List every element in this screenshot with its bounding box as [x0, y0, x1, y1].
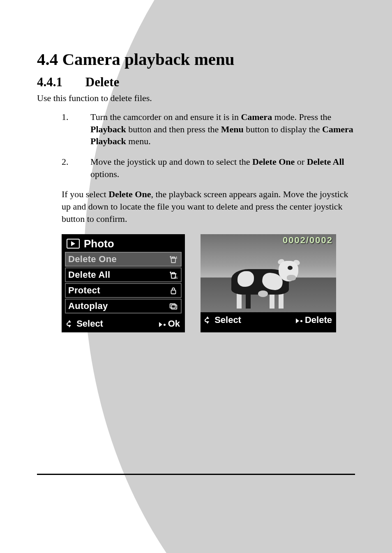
menu-item-label: Autoplay — [68, 301, 108, 311]
menu-item-autoplay[interactable]: Autoplay — [65, 299, 182, 313]
section-heading: 4.4 Camera playback menu — [37, 49, 355, 69]
footer-delete: Delete — [296, 315, 332, 325]
subsection-title: Delete — [85, 75, 120, 89]
arrow-right-icon — [296, 318, 299, 323]
svg-rect-4 — [171, 305, 177, 309]
preview-screenshot: 0002/0002 Select — [201, 234, 336, 332]
step-number: 1. — [62, 111, 90, 147]
step-item: 2. Move the joystick up and down to sele… — [62, 156, 355, 180]
menu-item-delete-one[interactable]: Delete One 1 — [65, 252, 182, 267]
lock-icon — [168, 286, 178, 295]
subsection-heading: 4.4.1 Delete — [37, 75, 355, 90]
step-number: 2. — [62, 156, 90, 180]
svg-rect-3 — [170, 304, 175, 308]
menu-item-label: Delete One — [68, 254, 117, 265]
arrow-right-icon — [159, 322, 162, 327]
steps-list: 1. Turn the camcorder on and ensure it i… — [37, 111, 355, 180]
footer-ok: Ok — [159, 318, 180, 329]
joystick-updown-icon — [67, 320, 72, 327]
svg-rect-2 — [171, 290, 176, 294]
joystick-updown-icon — [205, 316, 210, 324]
trash-all-icon: ALL — [168, 270, 178, 279]
intro-text: Use this function to delete files. — [37, 93, 355, 104]
menu-screenshot-title: Photo — [84, 237, 114, 250]
step-text: Move the joystick up and down to select … — [90, 156, 355, 180]
step-text: Turn the camcorder on and ensure it is i… — [90, 111, 355, 147]
menu-item-protect[interactable]: Protect — [65, 283, 182, 298]
svg-text:1: 1 — [176, 256, 178, 259]
cow-image — [217, 257, 303, 306]
note-text: If you select Delete One, the playback s… — [37, 188, 355, 225]
trash-one-icon: 1 — [168, 255, 178, 264]
step-item: 1. Turn the camcorder on and ensure it i… — [62, 111, 355, 147]
preview-photo: 0002/0002 — [201, 234, 336, 312]
playback-icon — [67, 239, 80, 249]
footer-select: Select — [67, 318, 103, 329]
page-divider — [37, 474, 355, 475]
menu-screenshot: Photo Delete One 1 Delete All ALL — [62, 234, 185, 332]
slideshow-icon — [168, 302, 178, 311]
menu-item-delete-all[interactable]: Delete All ALL — [65, 267, 182, 282]
subsection-number: 4.4.1 — [37, 75, 82, 90]
menu-item-label: Delete All — [68, 270, 110, 280]
photo-counter: 0002/0002 — [283, 235, 333, 246]
svg-text:ALL: ALL — [174, 276, 178, 279]
menu-item-label: Protect — [68, 285, 100, 296]
footer-select: Select — [205, 315, 241, 325]
